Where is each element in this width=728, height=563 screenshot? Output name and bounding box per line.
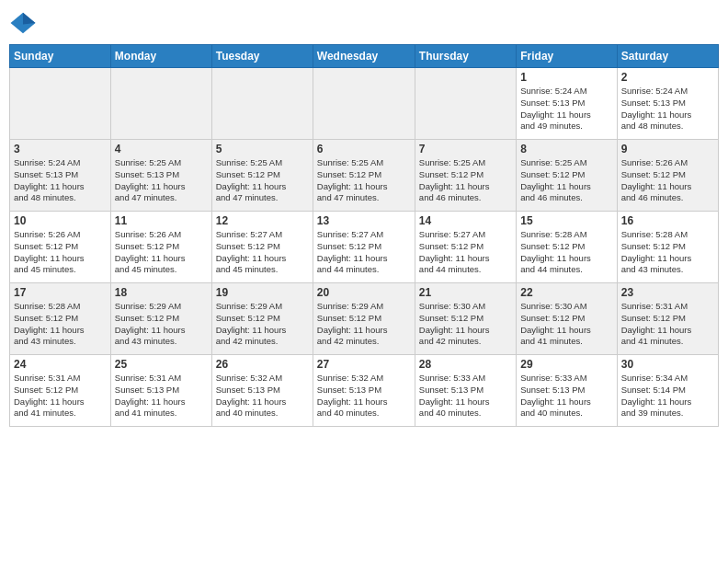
day-info: Sunrise: 5:29 AM Sunset: 5:12 PM Dayligh… (317, 301, 411, 348)
logo (9, 9, 40, 37)
calendar-body: 1Sunrise: 5:24 AM Sunset: 5:13 PM Daylig… (10, 68, 719, 427)
calendar-cell: 7Sunrise: 5:25 AM Sunset: 5:12 PM Daylig… (415, 140, 516, 212)
day-number: 24 (14, 358, 107, 371)
day-info: Sunrise: 5:32 AM Sunset: 5:13 PM Dayligh… (216, 373, 309, 419)
calendar-header-row: SundayMondayTuesdayWednesdayThursdayFrid… (10, 45, 719, 68)
day-header-thursday: Thursday (415, 45, 516, 68)
calendar-cell: 21Sunrise: 5:30 AM Sunset: 5:12 PM Dayli… (415, 283, 516, 355)
calendar-cell (211, 68, 313, 140)
day-number: 11 (115, 214, 208, 227)
day-info: Sunrise: 5:28 AM Sunset: 5:12 PM Dayligh… (621, 229, 714, 276)
calendar-cell (10, 68, 111, 140)
calendar-cell: 8Sunrise: 5:25 AM Sunset: 5:12 PM Daylig… (517, 140, 617, 212)
day-number: 30 (621, 358, 714, 371)
day-info: Sunrise: 5:30 AM Sunset: 5:12 PM Dayligh… (419, 301, 512, 348)
day-number: 3 (14, 143, 107, 155)
calendar-cell: 4Sunrise: 5:25 AM Sunset: 5:13 PM Daylig… (110, 140, 211, 212)
calendar-cell: 9Sunrise: 5:26 AM Sunset: 5:12 PM Daylig… (617, 140, 718, 212)
day-info: Sunrise: 5:27 AM Sunset: 5:12 PM Dayligh… (216, 229, 309, 276)
day-number: 6 (317, 143, 411, 155)
day-info: Sunrise: 5:25 AM Sunset: 5:12 PM Dayligh… (216, 157, 309, 204)
calendar-cell: 30Sunrise: 5:34 AM Sunset: 5:14 PM Dayli… (617, 355, 718, 427)
calendar-cell: 11Sunrise: 5:26 AM Sunset: 5:12 PM Dayli… (110, 212, 211, 283)
day-number: 18 (115, 286, 208, 299)
day-number: 22 (520, 286, 612, 299)
day-info: Sunrise: 5:24 AM Sunset: 5:13 PM Dayligh… (14, 157, 107, 204)
calendar-cell: 16Sunrise: 5:28 AM Sunset: 5:12 PM Dayli… (617, 212, 718, 283)
calendar-cell: 12Sunrise: 5:27 AM Sunset: 5:12 PM Dayli… (211, 212, 313, 283)
day-info: Sunrise: 5:34 AM Sunset: 5:14 PM Dayligh… (621, 373, 714, 419)
calendar-cell: 29Sunrise: 5:33 AM Sunset: 5:13 PM Dayli… (517, 355, 617, 427)
week-row-3: 10Sunrise: 5:26 AM Sunset: 5:12 PM Dayli… (10, 212, 719, 283)
calendar-cell: 1Sunrise: 5:24 AM Sunset: 5:13 PM Daylig… (517, 68, 617, 140)
day-header-monday: Monday (110, 45, 211, 68)
day-number: 27 (317, 358, 411, 371)
day-info: Sunrise: 5:27 AM Sunset: 5:12 PM Dayligh… (419, 229, 512, 276)
day-header-saturday: Saturday (617, 45, 718, 68)
day-number: 15 (520, 214, 612, 227)
day-info: Sunrise: 5:28 AM Sunset: 5:12 PM Dayligh… (520, 229, 612, 276)
logo-icon (9, 9, 37, 37)
day-number: 19 (216, 286, 309, 299)
day-number: 9 (621, 143, 714, 155)
calendar-cell: 28Sunrise: 5:33 AM Sunset: 5:13 PM Dayli… (415, 355, 516, 427)
calendar-cell: 26Sunrise: 5:32 AM Sunset: 5:13 PM Dayli… (211, 355, 313, 427)
day-info: Sunrise: 5:26 AM Sunset: 5:12 PM Dayligh… (14, 229, 107, 276)
day-number: 16 (621, 214, 714, 227)
day-info: Sunrise: 5:31 AM Sunset: 5:13 PM Dayligh… (115, 373, 208, 419)
header (9, 9, 719, 37)
week-row-1: 1Sunrise: 5:24 AM Sunset: 5:13 PM Daylig… (10, 68, 719, 140)
day-number: 29 (520, 358, 612, 371)
day-number: 25 (115, 358, 208, 371)
calendar-cell: 14Sunrise: 5:27 AM Sunset: 5:12 PM Dayli… (415, 212, 516, 283)
calendar-cell: 20Sunrise: 5:29 AM Sunset: 5:12 PM Dayli… (313, 283, 415, 355)
week-row-4: 17Sunrise: 5:28 AM Sunset: 5:12 PM Dayli… (10, 283, 719, 355)
page: SundayMondayTuesdayWednesdayThursdayFrid… (0, 0, 728, 563)
day-info: Sunrise: 5:33 AM Sunset: 5:13 PM Dayligh… (520, 373, 612, 419)
day-info: Sunrise: 5:29 AM Sunset: 5:12 PM Dayligh… (216, 301, 309, 348)
day-info: Sunrise: 5:33 AM Sunset: 5:13 PM Dayligh… (419, 373, 512, 419)
day-info: Sunrise: 5:29 AM Sunset: 5:12 PM Dayligh… (115, 301, 208, 348)
day-number: 2 (621, 71, 714, 84)
calendar-cell: 15Sunrise: 5:28 AM Sunset: 5:12 PM Dayli… (517, 212, 617, 283)
day-number: 20 (317, 286, 411, 299)
day-info: Sunrise: 5:25 AM Sunset: 5:12 PM Dayligh… (520, 157, 612, 204)
day-number: 8 (520, 143, 612, 155)
calendar-cell: 23Sunrise: 5:31 AM Sunset: 5:12 PM Dayli… (617, 283, 718, 355)
day-number: 28 (419, 358, 512, 371)
day-number: 12 (216, 214, 309, 227)
day-info: Sunrise: 5:31 AM Sunset: 5:12 PM Dayligh… (621, 301, 714, 348)
calendar-cell: 3Sunrise: 5:24 AM Sunset: 5:13 PM Daylig… (10, 140, 111, 212)
day-number: 17 (14, 286, 107, 299)
day-info: Sunrise: 5:26 AM Sunset: 5:12 PM Dayligh… (621, 157, 714, 204)
calendar-cell: 5Sunrise: 5:25 AM Sunset: 5:12 PM Daylig… (211, 140, 313, 212)
calendar-cell: 22Sunrise: 5:30 AM Sunset: 5:12 PM Dayli… (517, 283, 617, 355)
calendar-cell: 27Sunrise: 5:32 AM Sunset: 5:13 PM Dayli… (313, 355, 415, 427)
day-header-sunday: Sunday (10, 45, 111, 68)
day-info: Sunrise: 5:32 AM Sunset: 5:13 PM Dayligh… (317, 373, 411, 419)
day-number: 7 (419, 143, 512, 155)
day-info: Sunrise: 5:25 AM Sunset: 5:13 PM Dayligh… (115, 157, 208, 204)
day-number: 26 (216, 358, 309, 371)
day-number: 5 (216, 143, 309, 155)
calendar-cell: 6Sunrise: 5:25 AM Sunset: 5:12 PM Daylig… (313, 140, 415, 212)
day-number: 4 (115, 143, 208, 155)
day-number: 13 (317, 214, 411, 227)
day-info: Sunrise: 5:25 AM Sunset: 5:12 PM Dayligh… (317, 157, 411, 204)
week-row-2: 3Sunrise: 5:24 AM Sunset: 5:13 PM Daylig… (10, 140, 719, 212)
day-info: Sunrise: 5:26 AM Sunset: 5:12 PM Dayligh… (115, 229, 208, 276)
calendar-cell: 13Sunrise: 5:27 AM Sunset: 5:12 PM Dayli… (313, 212, 415, 283)
calendar-cell: 17Sunrise: 5:28 AM Sunset: 5:12 PM Dayli… (10, 283, 111, 355)
day-header-wednesday: Wednesday (313, 45, 415, 68)
calendar-cell (110, 68, 211, 140)
calendar-cell: 19Sunrise: 5:29 AM Sunset: 5:12 PM Dayli… (211, 283, 313, 355)
day-number: 14 (419, 214, 512, 227)
calendar-cell: 10Sunrise: 5:26 AM Sunset: 5:12 PM Dayli… (10, 212, 111, 283)
day-number: 10 (14, 214, 107, 227)
calendar-cell: 24Sunrise: 5:31 AM Sunset: 5:12 PM Dayli… (10, 355, 111, 427)
calendar-cell (313, 68, 415, 140)
day-info: Sunrise: 5:28 AM Sunset: 5:12 PM Dayligh… (14, 301, 107, 348)
day-info: Sunrise: 5:24 AM Sunset: 5:13 PM Dayligh… (621, 86, 714, 132)
calendar-cell (415, 68, 516, 140)
day-number: 23 (621, 286, 714, 299)
